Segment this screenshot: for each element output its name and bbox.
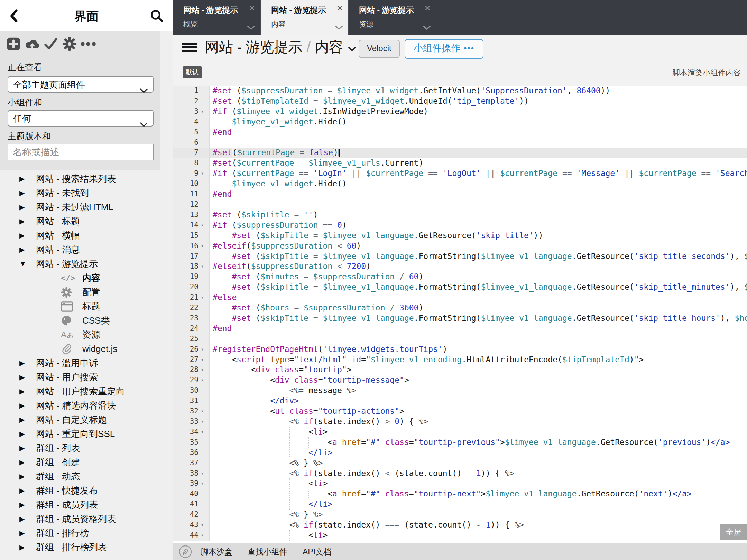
code-line-text[interactable]: <li>	[209, 427, 747, 437]
sidebar-item[interactable]: ▶群组 - 成员资格列表	[0, 512, 173, 526]
sidebar-subitem[interactable]: Aあ资源	[0, 328, 173, 342]
sidebar-subitem[interactable]: CSS类	[0, 314, 173, 328]
sidebar-item[interactable]: ▶网站 - 标题	[0, 214, 173, 228]
code-line[interactable]: 12	[173, 199, 747, 210]
velocity-button[interactable]: Velocit	[359, 40, 400, 58]
code-line[interactable]: 39▾<li>	[173, 478, 747, 489]
name-description-input[interactable]	[8, 144, 154, 160]
sidebar-subitem[interactable]: 配置	[0, 285, 173, 299]
fullscreen-button[interactable]: 全屏	[720, 524, 747, 540]
code-line-text[interactable]: $limyee_v1_widget.Hide()	[209, 117, 747, 127]
sidebar-item[interactable]: ▶网站 - 滥用申诉	[0, 356, 173, 370]
sidebar-item[interactable]: ▶群组 - 排行榜列表	[0, 540, 173, 554]
code-line[interactable]: 3▾#if ($limyee_v1_widget.IsInWidgetPrevi…	[173, 106, 747, 117]
code-line[interactable]: 9▾#if ($currentPage == 'LogIn' || $curre…	[173, 168, 747, 179]
code-line[interactable]: 4$limyee_v1_widget.Hide()	[173, 117, 747, 127]
code-line-text[interactable]: <% if(state.index() > 0) { %>	[209, 417, 747, 427]
code-line-text[interactable]: <% } %>	[209, 510, 747, 520]
code-line-text[interactable]: #set ($minutes = $suppressDuration / 60)	[209, 272, 747, 282]
code-line[interactable]: 35<a href="#" class="tourtip-previous">$…	[173, 437, 747, 448]
fold-icon[interactable]: ▾	[200, 168, 209, 179]
code-line-text[interactable]: <% if(state.index() < (state.count() - 1…	[209, 468, 747, 479]
fold-icon[interactable]: ▾	[200, 355, 209, 365]
fold-icon[interactable]: ▾	[200, 530, 209, 541]
code-line[interactable]: 7#set($currentPage = false)	[173, 148, 747, 158]
fold-icon[interactable]: ▾	[200, 478, 209, 489]
fold-icon[interactable]: ▾	[200, 220, 209, 231]
code-line[interactable]: 29▾<div class="tourtip-message">	[173, 375, 747, 385]
editor-tab[interactable]: 网站 - 游览提示资源×	[349, 0, 436, 35]
sidebar-item[interactable]: ▶群组 - 列表	[0, 441, 173, 455]
sidebar-item[interactable]: ▶群组 - 动态	[0, 469, 173, 484]
ellipsis-icon[interactable]	[80, 36, 96, 52]
code-line[interactable]: 2#set ($tipTemplateId = $limyee_v1_widge…	[173, 96, 747, 106]
code-line[interactable]: 41</li>	[173, 499, 747, 510]
code-line[interactable]: 37<% } %>	[173, 458, 747, 468]
fold-icon[interactable]: ▾	[200, 241, 209, 251]
footer-link[interactable]: 查找小组件	[248, 547, 287, 556]
code-line-text[interactable]: #if ($suppressDuration == 0)	[209, 220, 747, 231]
code-line[interactable]: 22#set ($hours = $suppressDuration / 360…	[173, 303, 747, 313]
sidebar-item[interactable]: ▶网站 - 搜索结果列表	[0, 172, 173, 186]
fold-icon[interactable]: ▾	[200, 427, 209, 437]
expand-icon[interactable]: ▶	[19, 243, 25, 257]
code-line-text[interactable]: #set ($skipTitle = $limyee_v1_language.F…	[209, 251, 747, 262]
expand-icon[interactable]: ▶	[19, 356, 25, 370]
sidebar-item[interactable]: ▶群组 - 排行榜	[0, 526, 173, 540]
code-line[interactable]: 26▾#registerEndOfPageHtml('limyee.widget…	[173, 344, 747, 355]
sidebar-item[interactable]: ▶群组 - 快捷发布	[0, 484, 173, 498]
widget-filter-select[interactable]: 任何	[8, 110, 154, 127]
close-icon[interactable]: ×	[424, 2, 431, 14]
code-line-text[interactable]: #set ($skipTitle = '')	[209, 210, 747, 220]
expand-icon[interactable]: ▶	[19, 200, 25, 214]
editor-tab[interactable]: 网站 - 游览提示概览×	[173, 0, 261, 35]
expand-icon[interactable]: ▶	[19, 413, 25, 427]
code-line-text[interactable]: <li>	[209, 478, 747, 489]
code-line[interactable]: 15#set ($skipTitle = $limyee_v1_language…	[173, 231, 747, 241]
code-line[interactable]: 44▾<li>	[173, 530, 747, 541]
code-line[interactable]: 11#end	[173, 189, 747, 199]
code-line-text[interactable]: </li>	[209, 448, 747, 458]
code-line-text[interactable]	[209, 199, 747, 210]
code-line[interactable]: 28▾<div class="tourtip">	[173, 365, 747, 375]
code-line[interactable]: 30<%= message %>	[173, 385, 747, 396]
sidebar-item[interactable]: ▶网站 - 自定义标题	[0, 413, 173, 427]
code-line-text[interactable]: $limyee_v1_widget.Hide()	[209, 179, 747, 189]
code-line[interactable]: 19#set ($minutes = $suppressDuration / 6…	[173, 272, 747, 282]
expand-icon[interactable]: ▶	[19, 498, 25, 512]
code-line[interactable]: 40<a href="#" class="tourtip-next">$limy…	[173, 489, 747, 499]
footer-link[interactable]: 脚本沙盒	[201, 547, 232, 556]
code-line-text[interactable]: <ul class="tourtip-actions">	[209, 406, 747, 417]
widget-actions-button[interactable]: 小组件操作•••	[405, 39, 483, 59]
fold-icon[interactable]: ▾	[200, 292, 209, 303]
expand-icon[interactable]: ▶	[19, 469, 25, 484]
add-icon[interactable]	[6, 36, 21, 52]
code-line-text[interactable]: #elseif($suppressDuration < 60)	[209, 241, 747, 251]
editor-tab[interactable]: 网站 - 游览提示内容×	[261, 0, 349, 35]
code-line[interactable]: 1#set ($suppressDuration = $limyee_v1_wi…	[173, 86, 747, 96]
sidebar-item[interactable]: ▶网站 - 横幅	[0, 228, 173, 243]
code-line[interactable]: 23#set ($skipTitle = $limyee_v1_language…	[173, 313, 747, 324]
sidebar-item[interactable]: ▶群组 - 成员列表	[0, 498, 173, 512]
fold-icon[interactable]: ▾	[200, 344, 209, 355]
code-line-text[interactable]	[209, 334, 747, 344]
code-line-text[interactable]: <% if(state.index() === (state.count() -…	[209, 520, 747, 530]
code-line[interactable]: 20#set ($skipTitle = $limyee_v1_language…	[173, 282, 747, 292]
fold-icon[interactable]: ▾	[200, 520, 209, 530]
cloud-upload-icon[interactable]	[24, 36, 40, 52]
fold-icon[interactable]: ▾	[200, 375, 209, 385]
fold-icon[interactable]: ▾	[200, 365, 209, 375]
code-line-text[interactable]: <div class="tourtip">	[209, 365, 747, 375]
expand-icon[interactable]: ▶	[19, 172, 25, 186]
footer-link[interactable]: API文档	[303, 547, 331, 556]
sidebar-item[interactable]: ▶网站 - 消息	[0, 243, 173, 257]
sidebar-item[interactable]: ▶网站 - 未过滤HTML	[0, 200, 173, 214]
code-line[interactable]: 31</div>	[173, 396, 747, 406]
code-line[interactable]: 18▾#elseif($suppressDuration < 7200)	[173, 261, 747, 272]
code-line-text[interactable]: <div class="tourtip-message">	[209, 375, 747, 385]
expand-icon[interactable]: ▶	[19, 228, 25, 243]
code-line-text[interactable]: #registerEndOfPageHtml('limyee.widgets.t…	[209, 344, 747, 355]
chevron-down-icon[interactable]	[334, 25, 343, 32]
code-line-text[interactable]: <a href="#" class="tourtip-next">$limyee…	[209, 489, 747, 499]
code-line[interactable]: 27▾<script type="text/html" id="$limyee_…	[173, 355, 747, 365]
